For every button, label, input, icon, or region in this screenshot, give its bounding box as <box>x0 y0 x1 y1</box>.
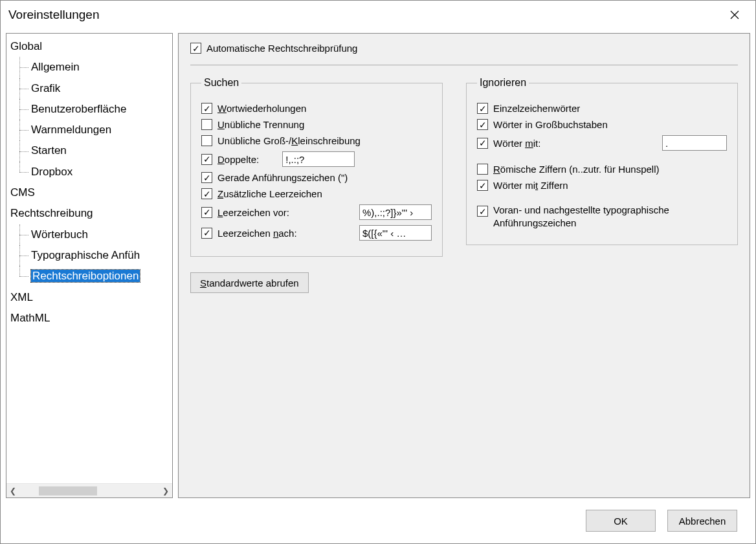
auto-spellcheck-row: Automatische Rechtschreibprüfung <box>190 43 738 54</box>
einzel-label: Einzelzeichenwörter <box>493 103 580 114</box>
woerter-ziffern-row: Wörter mit Ziffern <box>477 180 727 191</box>
trennung-label: Unübliche Trennung <box>217 119 304 130</box>
woerter-mit-label: Wörter mit: <box>493 138 540 149</box>
grossbuch-checkbox[interactable] <box>477 119 488 130</box>
roemisch-checkbox[interactable] <box>477 164 488 175</box>
tree-global[interactable]: Global <box>10 36 168 57</box>
zusatz-checkbox[interactable] <box>201 188 212 199</box>
close-button[interactable] <box>722 2 748 28</box>
dialog-body: Global Allgemein Grafik Benutzeroberfläc… <box>1 29 755 498</box>
grossbuch-row: Wörter in Großbuchstaben <box>477 119 727 130</box>
wortwiederholungen-row: Wortwiederholungen <box>201 103 432 114</box>
leerzeichen-vor-checkbox[interactable] <box>201 207 212 218</box>
roemisch-row: Römische Ziffern (n..zutr. für Hunspell) <box>477 164 727 175</box>
tree-woerterbuch[interactable]: Wörterbuch <box>10 224 168 245</box>
tree-warnmeldungen[interactable]: Warnmeldungen <box>10 120 168 140</box>
scroll-left-icon[interactable]: ❮ <box>6 486 19 495</box>
ignorieren-legend: Ignorieren <box>477 77 529 89</box>
einzel-row: Einzelzeichenwörter <box>477 103 727 114</box>
grossklein-row: Unübliche Groß-/Kleinschreibung <box>201 135 432 146</box>
leerzeichen-vor-label: Leerzeichen vor: <box>217 207 289 218</box>
leerzeichen-nach-row: Leerzeichen nach: <box>201 225 432 241</box>
category-tree: Global Allgemein Grafik Benutzeroberfläc… <box>6 33 173 498</box>
tree-rechtschreibung[interactable]: Rechtschreibung <box>10 203 168 224</box>
suchen-legend: Suchen <box>201 77 241 89</box>
scroll-thumb[interactable] <box>39 486 97 495</box>
leerzeichen-vor-input[interactable] <box>359 204 432 220</box>
doppelte-input[interactable] <box>282 151 355 167</box>
woerter-mit-row: Wörter mit: <box>477 135 727 151</box>
woerter-mit-input[interactable] <box>662 135 727 151</box>
suchen-group: Suchen Wortwiederholungen Unübliche Tren… <box>190 77 443 257</box>
trennung-checkbox[interactable] <box>201 119 212 130</box>
gerade-row: Gerade Anführungszeichen (") <box>201 172 432 183</box>
scroll-track[interactable] <box>19 486 159 495</box>
roemisch-label: Römische Ziffern (n..zutr. für Hunspell) <box>493 164 660 175</box>
tree-hscrollbar[interactable]: ❮ ❯ <box>6 483 172 497</box>
cancel-button[interactable]: Abbrechen <box>667 510 737 532</box>
tree-mathml[interactable]: MathML <box>10 308 168 329</box>
doppelte-label: Doppelte: <box>217 154 259 165</box>
tree-starten[interactable]: Starten <box>10 140 168 161</box>
einzel-checkbox[interactable] <box>477 103 488 114</box>
typo-label: Voran- und nachgestellte typographische … <box>493 204 694 229</box>
tree-allgemein[interactable]: Allgemein <box>10 57 168 78</box>
grossklein-label: Unübliche Groß-/Kleinschreibung <box>217 135 361 146</box>
separator <box>190 65 738 65</box>
ok-button[interactable]: OK <box>586 510 656 532</box>
preferences-dialog: Voreinstellungen Global Allgemein Grafik… <box>0 0 756 544</box>
woerter-mit-checkbox[interactable] <box>477 138 488 149</box>
zusatz-label: Zusätzliche Leerzeichen <box>217 188 322 199</box>
titlebar: Voreinstellungen <box>1 1 755 29</box>
zusatz-row: Zusätzliche Leerzeichen <box>201 188 432 199</box>
tree-grafik[interactable]: Grafik <box>10 78 168 99</box>
tree-items: Global Allgemein Grafik Benutzeroberfläc… <box>6 34 172 483</box>
leerzeichen-nach-checkbox[interactable] <box>201 228 212 239</box>
wortwiederholungen-label: Wortwiederholungen <box>217 103 306 114</box>
leerzeichen-nach-input[interactable] <box>359 225 432 241</box>
grossklein-checkbox[interactable] <box>201 135 212 146</box>
woerter-ziffern-checkbox[interactable] <box>477 180 488 191</box>
dialog-footer: OK Abbrechen <box>1 498 755 543</box>
scroll-right-icon[interactable]: ❯ <box>159 486 172 495</box>
tree-benutzeroberflaeche[interactable]: Benutzeroberfläche <box>10 99 168 120</box>
tree-cms[interactable]: CMS <box>10 182 168 203</box>
auto-spellcheck-label: Automatische Rechtschreibprüfung <box>206 43 357 54</box>
dialog-title: Voreinstellungen <box>8 8 722 22</box>
tree-dropbox[interactable]: Dropbox <box>10 162 168 182</box>
grossbuch-label: Wörter in Großbuchstaben <box>493 119 608 130</box>
restore-defaults-button[interactable]: Standardwerte abrufen <box>190 272 309 293</box>
gerade-label: Gerade Anführungszeichen (") <box>217 172 348 183</box>
trennung-row: Unübliche Trennung <box>201 119 432 130</box>
close-icon <box>729 10 740 20</box>
ignorieren-group: Ignorieren Einzelzeichenwörter Wörter in… <box>466 77 738 245</box>
doppelte-checkbox[interactable] <box>201 154 212 165</box>
tree-typographische[interactable]: Typographische Anfüh <box>10 245 168 266</box>
typo-checkbox[interactable] <box>477 206 488 217</box>
woerter-ziffern-label: Wörter mit Ziffern <box>493 180 568 191</box>
options-panel: Automatische Rechtschreibprüfung Suchen … <box>178 33 750 498</box>
gerade-checkbox[interactable] <box>201 172 212 183</box>
group-container: Suchen Wortwiederholungen Unübliche Tren… <box>190 77 738 257</box>
leerzeichen-vor-row: Leerzeichen vor: <box>201 204 432 220</box>
tree-rechtschreiboptionen[interactable]: Rechtschreiboptionen <box>10 266 168 287</box>
typo-row: Voran- und nachgestellte typographische … <box>477 204 727 229</box>
leerzeichen-nach-label: Leerzeichen nach: <box>217 228 297 239</box>
wortwiederholungen-checkbox[interactable] <box>201 103 212 114</box>
tree-xml[interactable]: XML <box>10 287 168 308</box>
doppelte-row: Doppelte: <box>201 151 432 167</box>
auto-spellcheck-checkbox[interactable] <box>190 43 201 54</box>
